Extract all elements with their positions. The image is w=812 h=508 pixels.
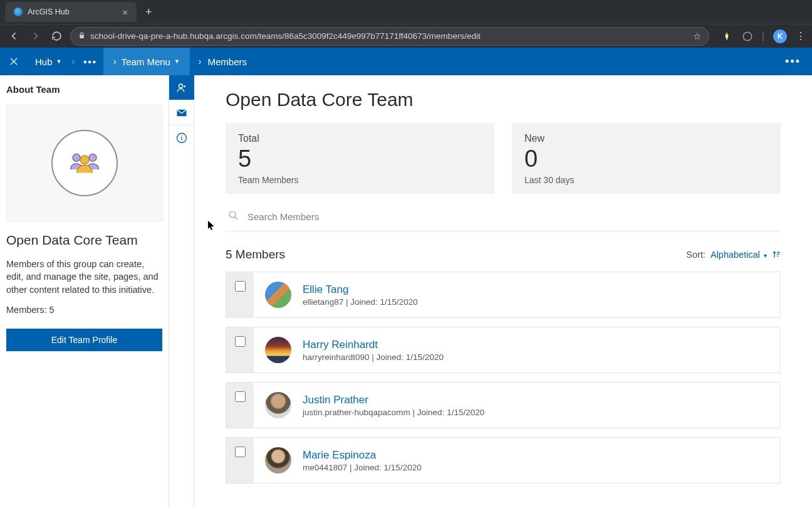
back-button[interactable]: [6, 29, 21, 44]
stat-new-value: 0: [524, 146, 768, 172]
address-row: school-drive-qa-pre-a-hub.hubqa.arcgis.c…: [0, 24, 812, 48]
member-body: Ellie Tangellietang87 | Joined: 1/15/202…: [254, 272, 780, 317]
email-tool[interactable]: [169, 100, 194, 125]
breadcrumb-chevron-icon: ›: [199, 56, 208, 66]
profile-badge[interactable]: K: [773, 29, 787, 43]
member-meta: me0441807 | Joined: 1/15/2020: [303, 463, 422, 472]
avatar: [265, 282, 291, 308]
stat-total-label: Total: [238, 133, 482, 144]
stat-total: Total 5 Team Members: [226, 123, 494, 194]
member-name-link[interactable]: Harry Reinhardt: [303, 339, 444, 351]
search-icon: [228, 210, 239, 223]
member-checkbox-cell: [226, 327, 254, 373]
stat-new-label: New: [524, 133, 768, 144]
breadcrumb-chevron-icon: ›: [113, 56, 122, 66]
sort-asc-icon: [772, 250, 781, 259]
sidebar-members-count: Members: 5: [6, 305, 162, 315]
breadcrumb-overflow[interactable]: •••: [77, 48, 103, 75]
member-meta: justin.prather-hubqapacomm | Joined: 1/1…: [303, 408, 484, 417]
sidebar-title: About Team: [6, 84, 162, 95]
member-body: Justin Pratherjustin.prather-hubqapacomm…: [254, 383, 780, 428]
avatar: [265, 447, 291, 474]
hub-label: Hub: [35, 56, 53, 67]
header-overflow-menu[interactable]: •••: [785, 55, 812, 68]
avatar: [265, 392, 291, 418]
member-checkbox-cell: [226, 383, 254, 428]
browser-menu-icon[interactable]: ⋮: [796, 30, 806, 42]
search-members-input[interactable]: [247, 211, 778, 222]
member-meta: ellietang87 | Joined: 1/15/2020: [303, 297, 418, 307]
app-header: Hub ▼ › ••• › Team Menu ▼ › Members •••: [0, 48, 812, 75]
new-tab-button[interactable]: +: [145, 6, 152, 19]
svg-point-4: [179, 84, 183, 88]
envelope-icon: [176, 108, 187, 117]
sidebar-description: Members of this group can create, edit, …: [6, 258, 162, 296]
lock-icon: [78, 31, 85, 41]
info-tool[interactable]: [169, 125, 194, 151]
reload-button[interactable]: [49, 29, 64, 44]
member-checkbox[interactable]: [235, 336, 246, 347]
member-name-link[interactable]: Justin Prather: [303, 394, 484, 406]
add-member-tool[interactable]: [169, 75, 194, 100]
member-list: Ellie Tangellietang87 | Joined: 1/15/202…: [226, 272, 781, 484]
member-row: Justin Pratherjustin.prather-hubqapacomm…: [226, 382, 781, 428]
stat-new-sub: Last 30 days: [524, 175, 768, 185]
forward-button[interactable]: [28, 29, 43, 44]
sidebar: About Team Open Data Core Team Members o…: [0, 75, 169, 508]
address-bar[interactable]: school-drive-qa-pre-a-hub.hubqa.arcgis.c…: [70, 27, 709, 46]
members-count: 5 Members: [226, 248, 285, 262]
team-thumbnail: [6, 105, 163, 221]
browser-tab[interactable]: ArcGIS Hub ×: [5, 2, 137, 22]
tab-title: ArcGIS Hub: [28, 8, 70, 16]
member-name-link[interactable]: Ellie Tang: [303, 283, 418, 296]
stat-new: New 0 Last 30 days: [512, 123, 781, 194]
extension-icon-2[interactable]: [742, 31, 753, 42]
header-close-button[interactable]: [0, 48, 28, 75]
caret-down-icon: ▾: [764, 252, 767, 259]
avatar: [265, 337, 291, 363]
members-label: Members: [208, 56, 247, 67]
member-checkbox[interactable]: [235, 281, 246, 292]
member-row: Harry Reinhardtharryreinhardt090 | Joine…: [226, 327, 781, 373]
url-text: school-drive-qa-pre-a-hub.hubqa.arcgis.c…: [90, 31, 693, 41]
svg-point-1: [73, 154, 80, 161]
page-title: Open Data Core Team: [226, 89, 781, 110]
sort-dropdown[interactable]: Alphabetical ▾: [710, 250, 767, 260]
sort-control: Sort: Alphabetical ▾: [686, 250, 781, 260]
team-menu-label: Team Menu: [122, 56, 170, 67]
member-checkbox[interactable]: [235, 391, 246, 402]
edit-team-profile-button[interactable]: Edit Team Profile: [6, 329, 162, 351]
main-content: Open Data Core Team Total 5 Team Members…: [194, 75, 812, 508]
svg-point-3: [80, 156, 89, 164]
tab-row: ArcGIS Hub × +: [0, 0, 812, 24]
svg-point-0: [743, 32, 752, 41]
tab-close-icon[interactable]: ×: [122, 7, 128, 18]
breadcrumb-members[interactable]: › Members: [190, 48, 256, 75]
svg-point-6: [229, 211, 236, 218]
breadcrumb-chevron-icon: ›: [69, 56, 77, 66]
people-icon: [68, 151, 101, 175]
member-checkbox-cell: [226, 272, 254, 317]
sort-label: Sort:: [686, 250, 705, 260]
caret-down-icon: ▼: [174, 58, 180, 65]
browser-chrome: ArcGIS Hub × + school-drive-qa-pre-a-hub…: [0, 0, 812, 48]
sort-direction-button[interactable]: [772, 250, 781, 259]
tab-favicon-icon: [14, 8, 23, 16]
header-left: Hub ▼ › ••• › Team Menu ▼ › Members: [0, 48, 256, 75]
member-body: Marie Espinozame0441807 | Joined: 1/15/2…: [254, 438, 780, 483]
sidebar-team-name: Open Data Core Team: [6, 233, 162, 248]
member-info: Justin Pratherjustin.prather-hubqapacomm…: [303, 394, 484, 417]
team-menu-dropdown[interactable]: › Team Menu ▼: [103, 48, 190, 75]
extension-icon-1[interactable]: [722, 31, 733, 42]
bookmark-star-icon[interactable]: ☆: [693, 31, 701, 42]
caret-down-icon: ▼: [56, 58, 62, 65]
member-body: Harry Reinhardtharryreinhardt090 | Joine…: [254, 327, 780, 373]
user-plus-icon: [176, 82, 187, 93]
member-checkbox-cell: [226, 438, 254, 483]
member-row: Ellie Tangellietang87 | Joined: 1/15/202…: [226, 272, 781, 318]
member-info: Harry Reinhardtharryreinhardt090 | Joine…: [303, 339, 444, 362]
member-name-link[interactable]: Marie Espinoza: [303, 449, 422, 462]
member-checkbox[interactable]: [235, 447, 246, 457]
member-row: Marie Espinozame0441807 | Joined: 1/15/2…: [226, 437, 781, 484]
hub-dropdown[interactable]: Hub ▼: [28, 48, 69, 75]
